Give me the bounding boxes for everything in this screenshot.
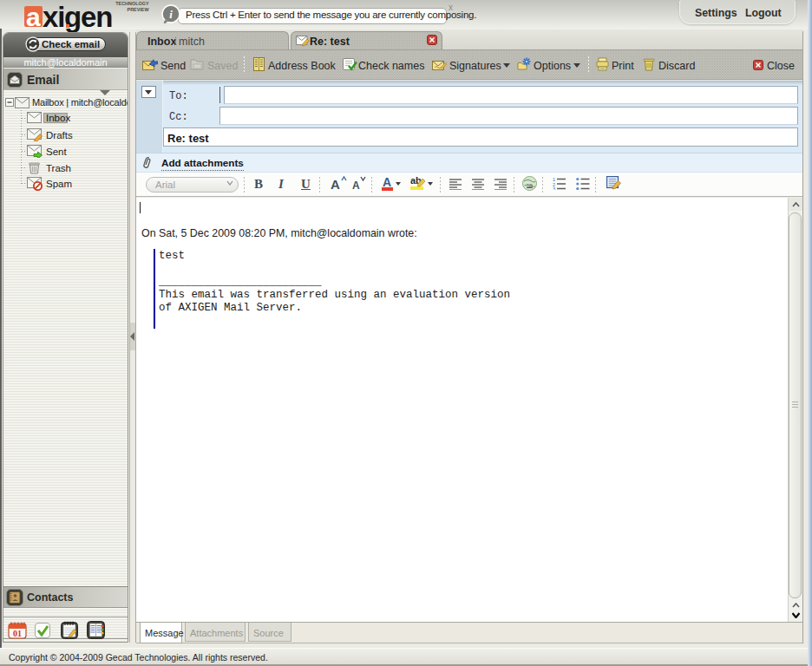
svg-text:01: 01 [13, 629, 22, 638]
svg-text:i: i [169, 8, 173, 21]
svg-text:3: 3 [553, 186, 555, 191]
svg-text:abc: abc [527, 184, 534, 188]
